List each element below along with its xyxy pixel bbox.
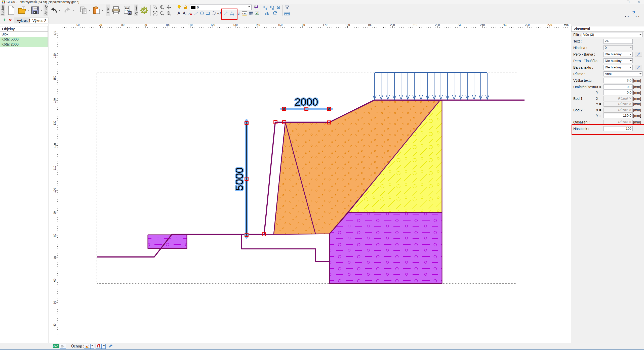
prop-field-pismo[interactable]: Arial bbox=[603, 71, 642, 76]
export-pdf-cad-button[interactable]: PDFCAD bbox=[122, 5, 133, 16]
layer-combobox[interactable]: 0 bbox=[190, 5, 252, 10]
text-edit-tool-button[interactable]: A| bbox=[182, 11, 187, 16]
prop-field-umisteni-y[interactable]: 0,0 bbox=[603, 90, 633, 95]
restore-button[interactable]: ❐ bbox=[624, 0, 632, 4]
drawing-area[interactable]: 6070809010011012013014015016017018019020… bbox=[49, 24, 571, 343]
distributed-load[interactable] bbox=[373, 72, 489, 100]
polygon-tool-button[interactable] bbox=[211, 11, 216, 16]
select-arrow[interactable] bbox=[639, 73, 641, 75]
open-file-button[interactable] bbox=[17, 5, 30, 16]
insert-image-button[interactable] bbox=[254, 11, 260, 16]
properties-panel-minimize-button[interactable]: − bbox=[640, 26, 642, 31]
select-arrow[interactable] bbox=[630, 54, 632, 56]
insert-cad-button[interactable]: CAD bbox=[241, 11, 248, 16]
prop-field-barva-textu[interactable]: Dle hladiny bbox=[603, 65, 633, 70]
magnet-button[interactable] bbox=[96, 344, 102, 349]
layer-lock-button[interactable] bbox=[183, 5, 189, 10]
text-tool-button[interactable]: A bbox=[176, 11, 182, 16]
undo-dropdown-arrow[interactable] bbox=[58, 10, 60, 12]
clear-icon[interactable]: ✕ bbox=[629, 120, 632, 124]
cad-mode-badge[interactable]: CAD bbox=[53, 344, 59, 348]
prop-row-pero-tloustka: Pero - Tloušťka :Dle hladiny bbox=[571, 58, 644, 63]
snap-mode-dropdown[interactable] bbox=[90, 344, 94, 349]
objects-panel-minimize-button[interactable]: − bbox=[43, 26, 46, 31]
select-arrow[interactable] bbox=[639, 34, 641, 36]
paste-button[interactable] bbox=[92, 5, 104, 16]
redo-button[interactable] bbox=[62, 5, 75, 16]
prop-field-bod1-y[interactable]: Různé✕ bbox=[603, 102, 633, 107]
zoom-select-button[interactable] bbox=[152, 5, 158, 10]
soil-block-small[interactable] bbox=[148, 235, 187, 248]
drawing-canvas[interactable]: 6070809010011012013014015016017018019020… bbox=[49, 24, 571, 343]
delete-drawing-button[interactable]: × bbox=[8, 17, 13, 23]
line-tool-button[interactable] bbox=[193, 11, 199, 16]
copy-format-button[interactable] bbox=[262, 5, 268, 10]
new-file-icon bbox=[7, 6, 15, 15]
zoom-fit-button[interactable] bbox=[152, 11, 158, 16]
prop-field-bod2-y[interactable]: 130,0 bbox=[603, 113, 633, 118]
prop-field-bod2-x[interactable]: Různé✕ bbox=[603, 108, 633, 113]
soil-region-purple[interactable] bbox=[330, 212, 442, 284]
close-button[interactable]: ✕ bbox=[635, 0, 642, 4]
paste-format-button[interactable] bbox=[269, 5, 275, 10]
measure-button[interactable] bbox=[283, 11, 291, 16]
drawing-settings-button[interactable] bbox=[139, 5, 149, 16]
layer-dropdown-arrow[interactable] bbox=[248, 6, 250, 8]
prop-field-filtr[interactable]: Vše (2) bbox=[582, 32, 642, 37]
line-style-button[interactable] bbox=[60, 344, 66, 349]
snap-mode-button[interactable] bbox=[84, 344, 90, 349]
object-list-item[interactable]: Kóta: 2000 bbox=[0, 42, 48, 47]
select-arrow[interactable] bbox=[630, 47, 632, 49]
rotate-button[interactable] bbox=[272, 11, 278, 16]
box-3d-button[interactable] bbox=[275, 5, 281, 10]
prop-field-vyska-textu[interactable]: 3,0 bbox=[603, 78, 633, 83]
zoom-out-button[interactable] bbox=[159, 11, 165, 16]
snap-settings-button[interactable] bbox=[108, 344, 114, 349]
apply-to-layer-button[interactable] bbox=[253, 5, 259, 10]
clear-icon[interactable]: ✕ bbox=[629, 108, 632, 112]
save-file-button[interactable] bbox=[30, 5, 43, 16]
insert-table-button[interactable] bbox=[248, 11, 254, 16]
undo-button[interactable] bbox=[48, 5, 61, 16]
redo-dropdown-arrow[interactable] bbox=[72, 10, 74, 12]
new-file-button[interactable] bbox=[6, 5, 17, 16]
object-list-item[interactable]: Blok bbox=[0, 32, 48, 37]
prop-field-pero-tloustka[interactable]: Dle hladiny bbox=[603, 58, 633, 63]
filter-button[interactable] bbox=[284, 5, 290, 10]
tab-výkres-2[interactable]: Výkres 2 bbox=[30, 18, 49, 23]
mirror-button[interactable] bbox=[264, 11, 270, 16]
magnet-dropdown[interactable] bbox=[102, 344, 106, 349]
prop-field-hladina[interactable]: 0 bbox=[603, 45, 633, 50]
save-dropdown-arrow[interactable] bbox=[40, 10, 42, 12]
minimize-button[interactable]: – bbox=[613, 0, 621, 4]
circle-tool-button[interactable] bbox=[199, 11, 205, 16]
clear-icon[interactable]: ✕ bbox=[629, 96, 632, 101]
prop-field-pero-barva[interactable]: Dle hladiny bbox=[603, 52, 633, 57]
paste-dropdown-arrow[interactable] bbox=[101, 10, 103, 12]
rectangle-tool-button[interactable] bbox=[205, 11, 211, 16]
select-arrow[interactable] bbox=[630, 60, 632, 62]
help-icon[interactable]: ? bbox=[632, 10, 635, 16]
copy-button[interactable] bbox=[78, 5, 91, 16]
print-button[interactable] bbox=[111, 5, 121, 16]
text-leader-tool-button[interactable]: A bbox=[188, 11, 193, 16]
prop-field-umisteni-x[interactable]: 0,0 bbox=[603, 84, 633, 90]
open-dropdown-arrow[interactable] bbox=[27, 10, 29, 12]
zoom-previous-button[interactable] bbox=[166, 11, 172, 16]
dimension-2000[interactable]: 2000 bbox=[281, 96, 332, 111]
layer-visibility-button[interactable] bbox=[176, 5, 182, 10]
copy-dropdown-arrow[interactable] bbox=[88, 10, 90, 12]
pan-button[interactable] bbox=[166, 5, 172, 10]
prop-field-text[interactable]: <> bbox=[603, 39, 633, 44]
object-list-item[interactable]: Kóta: 5000 bbox=[0, 37, 48, 42]
add-drawing-button[interactable]: + bbox=[2, 17, 7, 23]
prop-field-odsazeni[interactable]: Různé✕ bbox=[603, 120, 633, 125]
clear-icon[interactable]: ✕ bbox=[629, 102, 632, 106]
color-picker-button[interactable] bbox=[635, 52, 642, 57]
select-arrow[interactable] bbox=[630, 67, 632, 69]
color-picker-button[interactable] bbox=[635, 65, 642, 70]
excavation-steps-line[interactable] bbox=[242, 234, 330, 261]
prop-field-bod1-x[interactable]: Různé✕ bbox=[603, 96, 633, 101]
zoom-in-button[interactable] bbox=[159, 5, 165, 10]
dimension-5000[interactable]: 5000 bbox=[233, 120, 249, 237]
